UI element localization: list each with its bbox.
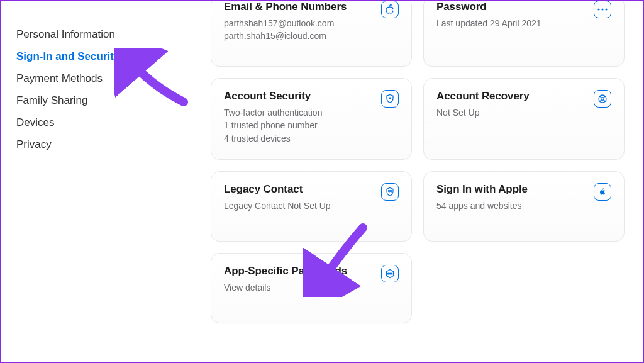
card-body: Legacy Contact Not Set Up <box>224 199 331 212</box>
card-app-specific-passwords[interactable]: App-Specific Passwords View details <box>211 253 412 323</box>
card-title: Legacy Contact <box>224 183 331 196</box>
svg-point-14 <box>389 273 391 274</box>
card-line: Not Set Up <box>436 106 530 119</box>
card-line: parth.shah15@icloud.com <box>224 30 347 42</box>
svg-point-10 <box>388 190 389 191</box>
card-title: App-Specific Passwords <box>224 265 347 277</box>
dots-hex-icon <box>381 265 399 282</box>
card-line: 54 apps and websites <box>436 199 528 212</box>
card-line: 1 trusted phone number <box>224 119 322 131</box>
sidebar-item-family-sharing[interactable]: Family Sharing <box>16 90 193 112</box>
card-line: Legacy Contact Not Set Up <box>224 199 331 212</box>
card-title: Sign In with Apple <box>436 183 528 196</box>
card-body: Two-factor authentication 1 trusted phon… <box>224 106 322 145</box>
card-line: Two-factor authentication <box>224 106 322 119</box>
sidebar-item-privacy[interactable]: Privacy <box>16 134 193 156</box>
dots-icon <box>594 1 611 18</box>
main-content: Email & Phone Numbers parthshah157@outlo… <box>193 1 643 362</box>
svg-point-3 <box>389 98 391 99</box>
apple-square-icon <box>594 183 611 201</box>
svg-line-6 <box>600 96 602 98</box>
svg-line-7 <box>604 96 606 98</box>
lifebuoy-icon <box>594 90 611 108</box>
svg-point-5 <box>601 98 604 101</box>
people-shield-icon <box>381 183 399 201</box>
card-title: Account Security <box>224 90 322 103</box>
card-email-phone-numbers[interactable]: Email & Phone Numbers parthshah157@outlo… <box>211 0 412 67</box>
shield-icon <box>381 90 399 108</box>
svg-line-8 <box>600 100 602 102</box>
svg-point-11 <box>390 190 391 191</box>
card-body: 54 apps and websites <box>436 199 528 212</box>
sidebar: Personal Information Sign-In and Securit… <box>1 1 193 362</box>
card-sign-in-with-apple[interactable]: Sign In with Apple 54 apps and websites <box>423 171 625 242</box>
svg-point-1 <box>601 8 603 10</box>
card-line: Last updated 29 April 2021 <box>436 17 541 30</box>
card-line: View details <box>224 281 347 294</box>
card-title: Password <box>436 1 541 13</box>
sidebar-item-sign-in-security[interactable]: Sign-In and Security <box>16 46 193 68</box>
svg-point-13 <box>387 273 389 274</box>
card-account-security[interactable]: Account Security Two-factor authenticati… <box>211 78 412 160</box>
card-line: 4 trusted devices <box>224 132 322 145</box>
card-legacy-contact[interactable]: Legacy Contact Legacy Contact Not Set Up <box>211 171 412 242</box>
apple-icon <box>381 1 399 18</box>
sidebar-item-payment-methods[interactable]: Payment Methods <box>16 68 193 90</box>
svg-line-9 <box>604 100 606 102</box>
card-title: Account Recovery <box>436 90 530 103</box>
svg-point-0 <box>597 8 599 10</box>
card-account-recovery[interactable]: Account Recovery Not Set Up <box>423 78 625 160</box>
card-line: parthshah157@outlook.com <box>224 17 347 30</box>
svg-point-15 <box>391 273 392 274</box>
sidebar-item-devices[interactable]: Devices <box>16 112 193 134</box>
card-password[interactable]: Password Last updated 29 April 2021 <box>423 0 625 67</box>
card-body: parthshah157@outlook.com parth.shah15@ic… <box>224 17 347 43</box>
svg-point-2 <box>605 8 607 10</box>
card-body: Not Set Up <box>436 106 530 119</box>
card-title: Email & Phone Numbers <box>224 1 347 13</box>
sidebar-item-personal-information[interactable]: Personal Information <box>16 24 193 46</box>
card-body: Last updated 29 April 2021 <box>436 17 541 30</box>
card-body: View details <box>224 281 347 294</box>
